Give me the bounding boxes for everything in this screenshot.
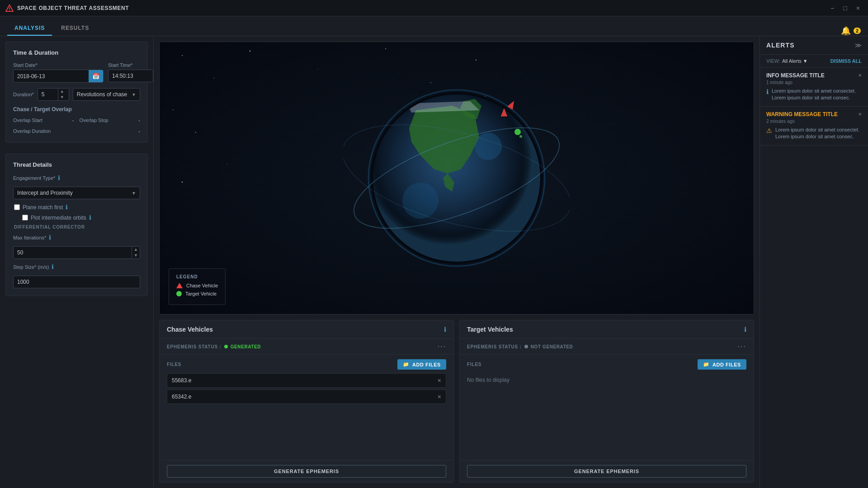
alert-warning-title: WARNING MESSAGE TITLE xyxy=(766,111,838,117)
alerts-expand-icon[interactable]: ≫ xyxy=(855,42,862,49)
dismiss-all-btn[interactable]: DISMISS ALL xyxy=(830,58,862,64)
chase-panel-header: Chase Vehicles ℹ xyxy=(160,320,453,339)
max-iter-up-btn[interactable]: ▲ xyxy=(132,247,140,253)
engagement-type-select[interactable]: Intercept and Proximity Intercept Proxim… xyxy=(14,187,132,199)
calendar-btn[interactable]: 📅 xyxy=(89,70,103,82)
chase-files-area: FILES 📁 ADD FILES 55683.e × 65342.e × xyxy=(160,355,453,460)
dropdown-arrow-icon: ▼ xyxy=(132,191,140,196)
alert-info-text: Lorem ipsum dolor sit amet consectet. Lo… xyxy=(772,88,862,102)
nav-tabs: ANALYSIS RESULTS xyxy=(7,21,96,36)
duration-unit-wrap: Revolutions of chase Hours Days ▼ xyxy=(73,88,140,101)
alert-count: 2 xyxy=(854,28,861,34)
close-btn[interactable]: × xyxy=(854,4,863,13)
svg-point-14 xyxy=(182,182,183,183)
plot-intermediate-checkbox[interactable] xyxy=(22,215,28,221)
svg-point-4 xyxy=(213,78,214,79)
duration-down-btn[interactable]: ▼ xyxy=(58,94,66,100)
chase-generate-btn[interactable]: GENERATE EPHEMERIS xyxy=(167,465,446,478)
svg-point-29 xyxy=(514,129,521,135)
target-vehicle-icon xyxy=(176,291,182,296)
engagement-type-group: Engagement Type* ℹ Intercept and Proximi… xyxy=(13,174,140,199)
chase-file-2-remove[interactable]: × xyxy=(438,393,441,400)
legend-box: LEGEND Chase Vehicle Target Vehicle xyxy=(169,268,226,305)
target-add-files-btn[interactable]: 📁 ADD FILES xyxy=(698,359,746,370)
svg-marker-28 xyxy=(507,99,517,110)
alert-info-close-btn[interactable]: × xyxy=(858,72,862,78)
max-iter-input-wrap: ▲ ▼ xyxy=(13,246,140,259)
target-info-icon[interactable]: ℹ xyxy=(744,326,746,333)
view-select[interactable]: All Alerts ▼ xyxy=(782,58,808,64)
target-ephemeris-bar: EPHEMERIS STATUS : NOT GENERATED ··· xyxy=(460,339,754,355)
max-iter-info-icon[interactable]: ℹ xyxy=(49,234,51,241)
alert-warning-timestamp: 2 minutes ago xyxy=(766,119,862,124)
chase-file-1-remove[interactable]: × xyxy=(438,377,441,384)
alert-bell[interactable]: 🔔 2 xyxy=(841,26,861,36)
overlap-start-item: Overlap Start - xyxy=(13,116,74,124)
view-value: All Alerts xyxy=(782,58,802,64)
plane-match-info-icon[interactable]: ℹ xyxy=(66,204,68,211)
start-date-input[interactable] xyxy=(14,70,89,82)
target-files-label: FILES xyxy=(467,362,481,367)
alert-warning-header: WARNING MESSAGE TITLE × xyxy=(766,111,862,117)
svg-point-3 xyxy=(182,55,183,56)
app-title: SPACE OBJECT THREAT ASSESSMENT xyxy=(17,5,129,11)
info-icon: ℹ xyxy=(766,88,769,95)
plane-match-label: Plane match first xyxy=(23,204,63,211)
tab-results[interactable]: RESULTS xyxy=(54,21,96,36)
duration-input-wrap: ▲ ▼ xyxy=(38,88,69,101)
minimize-btn[interactable]: − xyxy=(828,4,837,13)
engagement-type-label: Engagement Type* xyxy=(13,175,55,181)
plane-match-checkbox[interactable] xyxy=(14,204,20,210)
engagement-info-icon[interactable]: ℹ xyxy=(58,174,60,181)
chase-ephemeris-label: EPHEMERIS STATUS : xyxy=(167,344,222,349)
diff-corrector-label: DIFFERENTIAL CORRECTOR xyxy=(13,225,140,230)
duration-up-btn[interactable]: ▲ xyxy=(58,89,66,94)
max-iterations-group: Max Iterations* ℹ ▲ ▼ xyxy=(13,234,140,259)
overlap-stop-label: Overlap Stop xyxy=(80,117,108,123)
overlap-grid: Overlap Start - Overlap Stop - Overlap D… xyxy=(13,116,140,135)
legend-target-item: Target Vehicle xyxy=(176,291,218,296)
max-iter-down-btn[interactable]: ▼ xyxy=(132,253,140,258)
target-more-btn[interactable]: ··· xyxy=(738,343,746,351)
duration-stepper: ▲ ▼ xyxy=(58,89,66,100)
step-size-info-icon[interactable]: ℹ xyxy=(52,263,54,270)
alert-warning-close-btn[interactable]: × xyxy=(858,111,862,117)
plane-match-row: Plane match first ℹ xyxy=(13,204,140,211)
max-iterations-input[interactable] xyxy=(14,247,132,258)
bottom-panels: Chase Vehicles ℹ EPHEMERIS STATUS : GENE… xyxy=(159,320,754,483)
chase-status-dot xyxy=(224,345,228,348)
start-time-group: Start Time* xyxy=(108,62,153,83)
alerts-list: INFO MESSAGE TITLE × 1 minute ago ℹ Lore… xyxy=(760,68,868,488)
start-date-label: Start Date* xyxy=(13,62,104,68)
engagement-label-row: Engagement Type* ℹ xyxy=(13,174,140,181)
start-time-label: Start Time* xyxy=(108,62,153,68)
tab-analysis[interactable]: ANALYSIS xyxy=(7,21,52,36)
step-size-label-row: Step Size* (m/s) ℹ xyxy=(13,263,140,270)
upload-icon-2: 📁 xyxy=(703,361,710,367)
restore-btn[interactable]: □ xyxy=(840,4,849,13)
alerts-filter-bar: VIEW: All Alerts ▼ DISMISS ALL xyxy=(760,55,868,68)
plot-intermediate-row: Plot intermediate orbits ℹ xyxy=(13,214,140,221)
target-files-area: FILES 📁 ADD FILES No files to display xyxy=(460,355,754,460)
chase-panel-title: Chase Vehicles xyxy=(167,326,213,333)
svg-point-5 xyxy=(250,51,250,52)
duration-input[interactable] xyxy=(38,89,58,100)
chase-more-btn[interactable]: ··· xyxy=(438,343,446,351)
max-iter-stepper: ▲ ▼ xyxy=(132,247,140,258)
target-no-files: No files to display xyxy=(467,373,746,387)
chase-info-icon[interactable]: ℹ xyxy=(444,326,446,333)
target-panel-title: Target Vehicles xyxy=(467,326,513,333)
duration-unit-select[interactable]: Revolutions of chase Hours Days xyxy=(73,89,132,100)
alert-info-title: INFO MESSAGE TITLE xyxy=(766,72,825,79)
start-time-input[interactable] xyxy=(108,70,153,82)
alert-card-info: INFO MESSAGE TITLE × 1 minute ago ℹ Lore… xyxy=(760,68,868,107)
threat-details-title: Threat Details xyxy=(13,161,140,168)
center-panel: LEGEND Chase Vehicle Target Vehicle Chas… xyxy=(154,36,760,488)
chase-add-files-btn[interactable]: 📁 ADD FILES xyxy=(397,359,446,370)
step-size-input[interactable] xyxy=(13,276,140,288)
target-generate-btn[interactable]: GENERATE EPHEMERIS xyxy=(467,465,746,478)
view-label: VIEW: xyxy=(766,58,780,64)
plot-intermediate-info-icon[interactable]: ℹ xyxy=(89,214,91,221)
overlap-start-label: Overlap Start xyxy=(13,117,42,123)
chase-file-2: 65342.e × xyxy=(167,389,446,404)
